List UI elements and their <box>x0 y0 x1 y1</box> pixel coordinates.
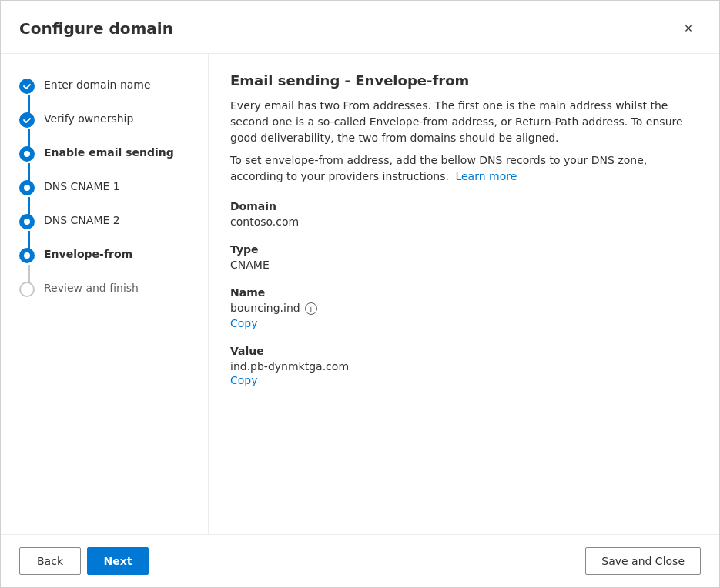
value-copy-button[interactable]: Copy <box>230 374 258 386</box>
type-value: CNAME <box>230 259 698 271</box>
sidebar: Enter domain name Verify ownership Enabl <box>1 54 209 534</box>
description-1: Every email has two From addresses. The … <box>230 98 698 146</box>
back-button[interactable]: Back <box>19 547 81 575</box>
footer-left-buttons: Back Next <box>19 547 149 575</box>
step-indicator-enter-domain <box>19 79 35 94</box>
domain-value: contoso.com <box>230 215 698 228</box>
modal-body: Enter domain name Verify ownership Enabl <box>1 54 719 534</box>
step-label-dns-cname-1: DNS CNAME 1 <box>44 179 120 192</box>
name-value: bouncing.ind <box>230 302 300 314</box>
step-label-enable-email: Enable email sending <box>44 145 174 159</box>
sidebar-item-dns-cname-2[interactable]: DNS CNAME 2 <box>1 208 208 234</box>
step-indicator-review-finish <box>19 282 35 297</box>
sidebar-item-envelope-from[interactable]: Envelope-from <box>1 242 208 268</box>
step-label-dns-cname-2: DNS CNAME 2 <box>44 212 120 226</box>
modal-footer: Back Next Save and Close <box>1 534 719 587</box>
sidebar-item-verify-ownership[interactable]: Verify ownership <box>1 106 208 132</box>
step-indicator-verify-ownership <box>19 112 35 128</box>
step-indicator-dns-cname-1 <box>19 180 35 195</box>
next-button[interactable]: Next <box>87 547 149 575</box>
sidebar-item-review-finish[interactable]: Review and finish <box>1 276 208 302</box>
close-button[interactable]: × <box>676 16 701 41</box>
step-label-envelope-from: Envelope-from <box>44 246 132 260</box>
check-icon-2 <box>22 115 32 125</box>
name-copy-button[interactable]: Copy <box>230 317 258 329</box>
close-icon: × <box>685 21 693 37</box>
type-label: Type <box>230 243 698 256</box>
domain-field: Domain contoso.com <box>230 200 698 228</box>
step-label-review-finish: Review and finish <box>44 280 139 294</box>
description-2-text: To set envelope-from address, add the be… <box>230 154 647 182</box>
step-label-verify-ownership: Verify ownership <box>44 111 133 125</box>
domain-label: Domain <box>230 200 698 212</box>
step-indicator-dns-cname-2 <box>19 214 35 229</box>
type-field: Type CNAME <box>230 243 698 271</box>
main-content: Email sending - Envelope-from Every emai… <box>209 54 719 534</box>
configure-domain-modal: Configure domain × Enter domain name <box>0 0 720 588</box>
sidebar-item-enter-domain[interactable]: Enter domain name <box>1 72 208 99</box>
save-close-button[interactable]: Save and Close <box>585 547 701 575</box>
sidebar-item-enable-email[interactable]: Enable email sending <box>1 140 208 166</box>
learn-more-link[interactable]: Learn more <box>455 170 517 182</box>
name-field: Name bouncing.ind i Copy <box>230 286 698 329</box>
value-value: ind.pb-dynmktga.com <box>230 360 698 373</box>
info-icon[interactable]: i <box>305 302 317 315</box>
value-label: Value <box>230 345 698 357</box>
name-value-row: bouncing.ind i <box>230 302 698 316</box>
value-field: Value ind.pb-dynmktga.com Copy <box>230 345 698 386</box>
description-2: To set envelope-from address, add the be… <box>230 152 698 185</box>
content-title: Email sending - Envelope-from <box>230 72 698 89</box>
step-indicator-enable-email <box>19 146 35 162</box>
step-label-enter-domain: Enter domain name <box>44 77 151 91</box>
modal-title: Configure domain <box>19 19 173 38</box>
step-indicator-envelope-from <box>19 248 35 263</box>
modal-header: Configure domain × <box>1 1 719 54</box>
check-icon <box>22 82 32 91</box>
name-label: Name <box>230 286 698 299</box>
sidebar-item-dns-cname-1[interactable]: DNS CNAME 1 <box>1 174 208 200</box>
